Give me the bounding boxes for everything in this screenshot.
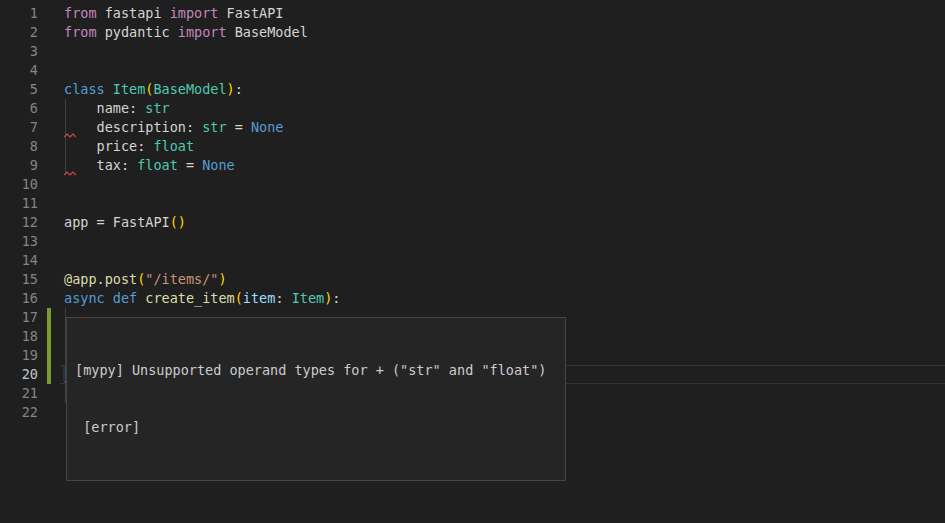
gutter[interactable]: 20 (0, 365, 60, 384)
code-line[interactable]: 14 (0, 251, 945, 270)
gutter[interactable]: 8 (0, 137, 60, 156)
gutter[interactable]: 3 (0, 42, 60, 61)
code-text: price: float (64, 137, 194, 156)
code-line[interactable]: 6 name: str (0, 99, 945, 118)
line-number[interactable]: 7 (0, 118, 38, 137)
gutter[interactable]: 9 (0, 156, 60, 175)
gutter[interactable]: 13 (0, 232, 60, 251)
code-line[interactable]: 12app = FastAPI() (0, 213, 945, 232)
code-line[interactable]: 1from fastapi import FastAPI (0, 4, 945, 23)
code-line[interactable]: 9 tax: float = None (0, 156, 945, 175)
line-number[interactable]: 15 (0, 270, 38, 289)
gutter[interactable]: 1 (0, 4, 60, 23)
code-line[interactable]: 10 (0, 175, 945, 194)
code-editor[interactable]: 1from fastapi import FastAPI2from pydant… (0, 0, 945, 523)
line-number[interactable]: 17 (0, 308, 38, 327)
line-number[interactable]: 11 (0, 194, 38, 213)
gutter[interactable]: 12 (0, 213, 60, 232)
code-line[interactable]: 5class Item(BaseModel): (0, 80, 945, 99)
line-number[interactable]: 5 (0, 80, 38, 99)
code-line[interactable]: 7 description: str = None (0, 118, 945, 137)
gutter[interactable]: 19 (0, 346, 60, 365)
line-number[interactable]: 2 (0, 23, 38, 42)
code-line[interactable]: 16async def create_item(item: Item): (0, 289, 945, 308)
line-number[interactable]: 22 (0, 403, 38, 422)
code-text: @app.post("/items/") (64, 270, 227, 289)
gutter[interactable]: 21 (0, 384, 60, 403)
line-number[interactable]: 19 (0, 346, 38, 365)
line-number[interactable]: 3 (0, 42, 38, 61)
gutter-modified-indicator (47, 327, 51, 346)
line-number[interactable]: 12 (0, 213, 38, 232)
gutter[interactable]: 4 (0, 61, 60, 80)
code-text: tax: float = None (64, 156, 235, 175)
gutter[interactable]: 22 (0, 403, 60, 422)
code-line[interactable]: 15@app.post("/items/") (0, 270, 945, 289)
gutter[interactable]: 16 (0, 289, 60, 308)
gutter[interactable]: 17 (0, 308, 60, 327)
code-line[interactable]: 8 price: float (0, 137, 945, 156)
code-text: async def create_item(item: Item): (64, 289, 340, 308)
gutter[interactable]: 15 (0, 270, 60, 289)
line-number[interactable]: 8 (0, 137, 38, 156)
line-number[interactable]: 16 (0, 289, 38, 308)
error-hover-tooltip: [mypy] Unsupported operand types for + (… (66, 317, 566, 481)
line-number[interactable]: 4 (0, 61, 38, 80)
gutter-modified-indicator (47, 365, 51, 384)
code-text: name: str (64, 99, 170, 118)
tooltip-severity: [error] (75, 418, 557, 437)
line-number[interactable]: 14 (0, 251, 38, 270)
gutter[interactable]: 2 (0, 23, 60, 42)
line-number[interactable]: 10 (0, 175, 38, 194)
tooltip-message: [mypy] Unsupported operand types for + (… (75, 361, 557, 380)
code-text: class Item(BaseModel): (64, 80, 243, 99)
gutter[interactable]: 11 (0, 194, 60, 213)
line-number[interactable]: 9 (0, 156, 38, 175)
code-text: app = FastAPI() (64, 213, 186, 232)
gutter-modified-indicator (47, 308, 51, 327)
code-line[interactable]: 11 (0, 194, 945, 213)
code-text: from pydantic import BaseModel (64, 23, 308, 42)
gutter-modified-indicator (47, 346, 51, 365)
line-number[interactable]: 6 (0, 99, 38, 118)
code-text: description: str = None (64, 118, 283, 137)
line-number[interactable]: 13 (0, 232, 38, 251)
line-number[interactable]: 20 (0, 365, 38, 384)
gutter[interactable]: 10 (0, 175, 60, 194)
line-number[interactable]: 18 (0, 327, 38, 346)
line-number[interactable]: 21 (0, 384, 38, 403)
code-line[interactable]: 3 (0, 42, 945, 61)
gutter[interactable]: 18 (0, 327, 60, 346)
gutter[interactable]: 7 (0, 118, 60, 137)
code-line[interactable]: 2from pydantic import BaseModel (0, 23, 945, 42)
gutter[interactable]: 6 (0, 99, 60, 118)
line-number[interactable]: 1 (0, 4, 38, 23)
code-line[interactable]: 4 (0, 61, 945, 80)
code-line[interactable]: 13 (0, 232, 945, 251)
gutter[interactable]: 14 (0, 251, 60, 270)
code-text: from fastapi import FastAPI (64, 4, 283, 23)
gutter[interactable]: 5 (0, 80, 60, 99)
